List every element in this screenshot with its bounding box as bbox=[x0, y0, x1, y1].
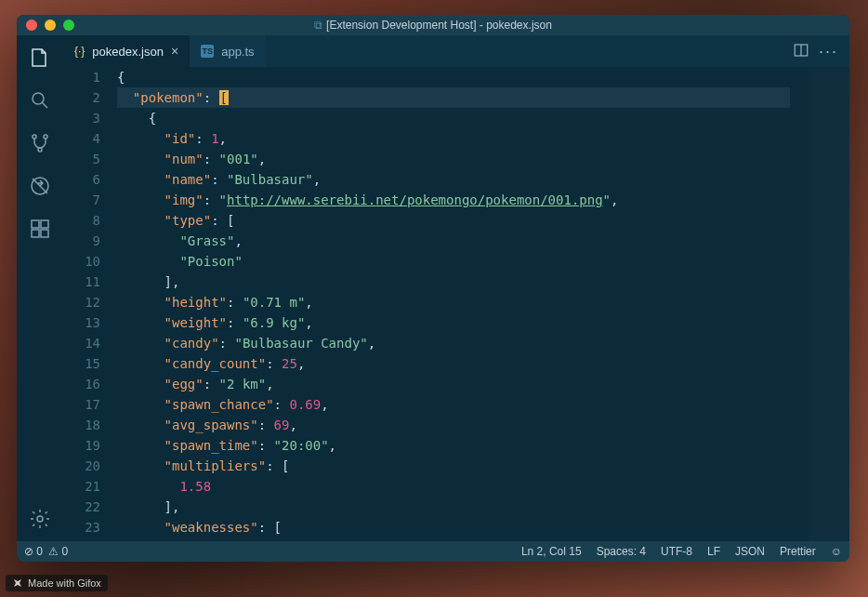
line-number: 1 bbox=[63, 67, 100, 87]
line-number: 21 bbox=[63, 476, 100, 497]
line-number: 13 bbox=[63, 312, 100, 333]
code-line[interactable]: "id": 1, bbox=[117, 128, 790, 149]
extensions-icon[interactable] bbox=[27, 216, 53, 242]
line-number: 19 bbox=[63, 435, 100, 456]
traffic-lights bbox=[26, 20, 74, 31]
activity-bar bbox=[17, 35, 63, 541]
line-number: 5 bbox=[63, 149, 100, 169]
svg-rect-7 bbox=[32, 230, 39, 237]
svg-rect-6 bbox=[41, 220, 48, 228]
explorer-icon[interactable] bbox=[27, 45, 53, 71]
tab-app-ts[interactable]: TSapp.ts bbox=[190, 35, 265, 67]
code-line[interactable]: "type": [ bbox=[117, 210, 790, 231]
line-number: 11 bbox=[63, 272, 100, 292]
minimize-window-button[interactable] bbox=[45, 20, 56, 31]
line-number: 20 bbox=[63, 456, 100, 476]
split-editor-icon[interactable] bbox=[793, 42, 809, 61]
status-eol[interactable]: LF bbox=[707, 545, 720, 558]
line-number: 2 bbox=[63, 87, 100, 108]
code-line[interactable]: "multipliers": [ bbox=[117, 456, 790, 476]
line-number: 4 bbox=[63, 128, 100, 149]
code-line[interactable]: "candy": "Bulbasaur Candy", bbox=[117, 333, 790, 353]
vscode-icon: ⧉ bbox=[314, 19, 322, 32]
code-line[interactable]: 1.58 bbox=[117, 476, 790, 497]
more-actions-icon[interactable]: ··· bbox=[819, 42, 838, 61]
code-line[interactable]: "spawn_time": "20:00", bbox=[117, 435, 790, 456]
code-line[interactable]: { bbox=[117, 108, 790, 128]
code-line[interactable]: "spawn_chance": 0.69, bbox=[117, 394, 790, 415]
line-number: 9 bbox=[63, 231, 100, 251]
feedback-icon[interactable]: ☺ bbox=[831, 545, 842, 558]
ts-file-icon: TS bbox=[201, 45, 214, 58]
line-gutter: 1234567891011121314151617181920212223 bbox=[63, 67, 117, 541]
svg-point-1 bbox=[33, 135, 36, 139]
code-line[interactable]: "num": "001", bbox=[117, 149, 790, 169]
close-tab-icon[interactable]: × bbox=[171, 44, 178, 59]
json-file-icon: {·} bbox=[74, 45, 85, 58]
code-line[interactable]: "name": "Bulbasaur", bbox=[117, 169, 790, 190]
minimap[interactable] bbox=[809, 67, 849, 541]
code-line[interactable]: "candy_count": 25, bbox=[117, 353, 790, 374]
status-formatter[interactable]: Prettier bbox=[780, 545, 816, 558]
line-number: 12 bbox=[63, 292, 100, 312]
code-line[interactable]: "pokemon": [ bbox=[117, 87, 790, 108]
tab-pokedex-json[interactable]: {·}pokedex.json× bbox=[63, 35, 190, 67]
line-number: 14 bbox=[63, 333, 100, 353]
git-icon[interactable] bbox=[27, 130, 53, 156]
status-spaces[interactable]: Spaces: 4 bbox=[597, 545, 646, 558]
line-number: 15 bbox=[63, 353, 100, 374]
code-line[interactable]: ], bbox=[117, 272, 790, 292]
search-icon[interactable] bbox=[27, 87, 53, 113]
status-warnings[interactable]: ⚠ 0 bbox=[48, 545, 68, 558]
line-number: 3 bbox=[63, 108, 100, 128]
code-line[interactable]: "weaknesses": [ bbox=[117, 517, 790, 537]
status-encoding[interactable]: UTF-8 bbox=[661, 545, 692, 558]
tab-label: app.ts bbox=[221, 45, 254, 59]
svg-rect-5 bbox=[32, 220, 39, 228]
svg-point-2 bbox=[44, 135, 47, 139]
svg-point-0 bbox=[33, 93, 44, 104]
code-line[interactable]: "height": "0.71 m", bbox=[117, 292, 790, 312]
status-position[interactable]: Ln 2, Col 15 bbox=[521, 545, 582, 558]
status-bar: ⊘ 0 ⚠ 0 Ln 2, Col 15 Spaces: 4 UTF-8 LF … bbox=[17, 541, 849, 562]
line-number: 22 bbox=[63, 497, 100, 517]
code-line[interactable]: "Poison" bbox=[117, 251, 790, 272]
code-line[interactable]: "weight": "6.9 kg", bbox=[117, 312, 790, 333]
line-number: 18 bbox=[63, 415, 100, 435]
zoom-window-button[interactable] bbox=[63, 20, 74, 31]
code-line[interactable]: "img": "http://www.serebii.net/pokemongo… bbox=[117, 190, 790, 210]
window-title: ⧉[Extension Development Host] - pokedex.… bbox=[17, 19, 849, 32]
code-line[interactable]: "avg_spawns": 69, bbox=[117, 415, 790, 435]
main-panel: {·}pokedex.json×TSapp.ts ··· 12345678910… bbox=[63, 35, 849, 541]
code-line[interactable]: ], bbox=[117, 497, 790, 517]
close-window-button[interactable] bbox=[26, 20, 37, 31]
line-number: 17 bbox=[63, 394, 100, 415]
tab-label: pokedex.json bbox=[92, 45, 164, 59]
debug-icon[interactable] bbox=[27, 173, 53, 199]
line-number: 8 bbox=[63, 210, 100, 231]
line-number: 16 bbox=[63, 374, 100, 394]
code-line[interactable]: "egg": "2 km", bbox=[117, 374, 790, 394]
titlebar[interactable]: ⧉[Extension Development Host] - pokedex.… bbox=[17, 15, 849, 35]
line-number: 23 bbox=[63, 517, 100, 537]
code-line[interactable]: "Grass", bbox=[117, 231, 790, 251]
status-errors[interactable]: ⊘ 0 bbox=[24, 545, 43, 558]
svg-rect-8 bbox=[41, 230, 48, 237]
code-editor[interactable]: 1234567891011121314151617181920212223 { … bbox=[63, 67, 849, 541]
line-number: 6 bbox=[63, 169, 100, 190]
svg-point-9 bbox=[37, 516, 43, 522]
vscode-window: ⧉[Extension Development Host] - pokedex.… bbox=[17, 15, 849, 562]
line-number: 7 bbox=[63, 190, 100, 210]
code-line[interactable]: { bbox=[117, 67, 790, 87]
code-content[interactable]: { "pokemon": [ { "id": 1, "num": "001", … bbox=[117, 67, 809, 541]
gifox-watermark: Made with Gifox bbox=[6, 575, 108, 591]
settings-icon[interactable] bbox=[27, 506, 53, 532]
window-body: {·}pokedex.json×TSapp.ts ··· 12345678910… bbox=[17, 35, 849, 541]
editor-tabs: {·}pokedex.json×TSapp.ts ··· bbox=[63, 35, 849, 67]
status-language[interactable]: JSON bbox=[735, 545, 765, 558]
line-number: 10 bbox=[63, 251, 100, 272]
